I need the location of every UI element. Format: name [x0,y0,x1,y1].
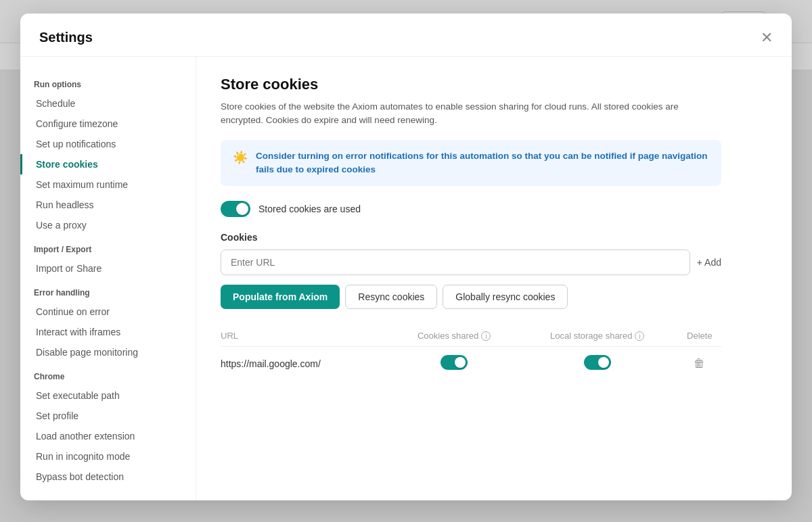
settings-sidebar: Run options Schedule Configure timezone … [20,57,196,500]
col-delete: Delete [678,325,721,347]
modal-title: Settings [39,30,93,45]
local-storage-shared-toggle[interactable] [584,355,611,370]
info-banner-text: Consider turning on error notifications … [256,149,709,177]
sidebar-item-run-headless[interactable]: Run headless [20,195,196,215]
stored-cookies-toggle[interactable] [221,201,250,217]
delete-row-button[interactable]: 🗑 [694,357,705,371]
sun-icon: ☀️ [233,150,248,165]
modal-body: Run options Schedule Configure timezone … [20,57,792,500]
sidebar-section-import-export: Import / Export [20,235,196,258]
sidebar-item-load-another-extension[interactable]: Load another extension [20,426,196,446]
url-input[interactable] [221,250,690,275]
populate-from-axiom-button[interactable]: Populate from Axiom [221,285,340,309]
add-url-button[interactable]: + Add [697,257,721,268]
sidebar-item-schedule[interactable]: Schedule [20,93,196,114]
content-title: Store cookies [221,76,767,93]
sidebar-section-error-handling: Error handling [20,279,196,302]
content-description: Store cookies of the website the Axiom a… [221,100,681,128]
sidebar-item-use-a-proxy[interactable]: Use a proxy [20,215,196,235]
info-banner: ☀️ Consider turning on error notificatio… [221,140,721,187]
modal-header: Settings ✕ [20,14,792,57]
local-storage-info-icon[interactable]: i [635,331,644,341]
sidebar-item-set-maximum-runtime[interactable]: Set maximum runtime [20,174,196,195]
sidebar-item-configure-timezone[interactable]: Configure timezone [20,114,196,134]
stored-cookies-toggle-row: Stored cookies are used [221,201,767,217]
sidebar-item-bypass-bot-detection[interactable]: Bypass bot detection [20,467,196,487]
modal-close-button[interactable]: ✕ [761,30,773,45]
sidebar-item-import-or-share[interactable]: Import or Share [20,258,196,279]
resync-cookies-button[interactable]: Resync cookies [345,285,437,309]
sidebar-item-set-profile[interactable]: Set profile [20,406,196,426]
row-url: https://mail.google.com/ [221,347,392,381]
globally-resync-cookies-button[interactable]: Globally resync cookies [443,285,568,309]
sidebar-item-interact-with-iframes[interactable]: Interact with iframes [20,322,196,342]
row-local-storage-shared [517,347,678,381]
cookies-table: URL Cookies shared i Local storage share… [221,325,721,380]
sidebar-item-continue-on-error[interactable]: Continue on error [20,302,196,322]
col-cookies-shared: Cookies shared i [392,325,517,347]
sidebar-item-set-up-notifications[interactable]: Set up notifications [20,134,196,154]
modal-overlay: Settings ✕ Run options Schedule Configur… [0,0,812,522]
sidebar-section-run-options: Run options [20,70,196,93]
sidebar-item-disable-page-monitoring[interactable]: Disable page monitoring [20,342,196,362]
settings-modal: Settings ✕ Run options Schedule Configur… [20,14,792,500]
table-row: https://mail.google.com/ [221,347,721,381]
col-url: URL [221,325,392,347]
cookies-section-label: Cookies [221,232,767,243]
sidebar-item-set-executable-path[interactable]: Set executable path [20,385,196,406]
content-area: Store cookies Store cookies of the websi… [196,57,792,500]
cookies-shared-info-icon[interactable]: i [481,331,491,341]
action-buttons: Populate from Axiom Resync cookies Globa… [221,285,767,309]
row-delete: 🗑 [678,347,721,381]
row-cookies-shared [392,347,517,381]
sidebar-section-chrome: Chrome [20,362,196,385]
col-local-storage-shared: Local storage shared i [517,325,678,347]
sidebar-item-store-cookies[interactable]: Store cookies [20,154,196,174]
cookies-shared-toggle[interactable] [441,355,468,370]
info-banner-link[interactable]: Consider turning on error notifications … [256,151,708,174]
url-input-row: + Add [221,250,721,275]
sidebar-item-run-in-incognito-mode[interactable]: Run in incognito mode [20,446,196,467]
stored-cookies-label: Stored cookies are used [258,204,361,214]
